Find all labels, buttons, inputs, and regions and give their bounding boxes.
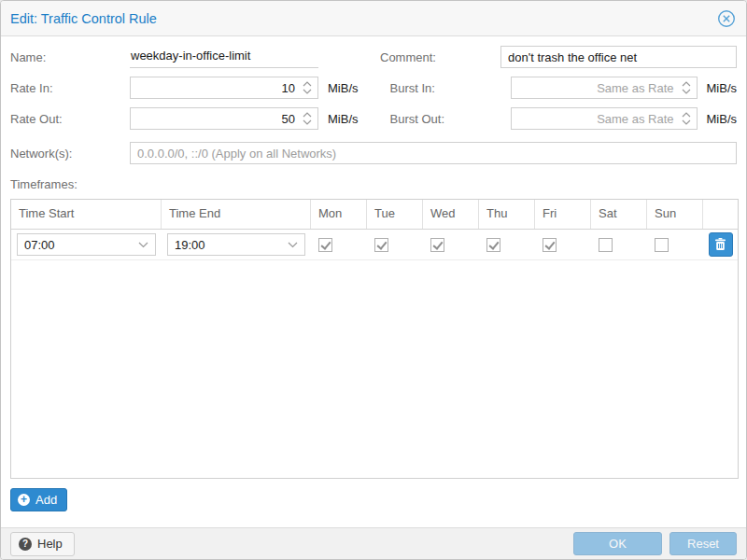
chevron-down-icon (682, 89, 691, 94)
tue-checkbox[interactable] (374, 238, 388, 252)
comment-input[interactable] (500, 46, 737, 68)
edit-traffic-control-rule-dialog: Edit: Traffic Control Rule Name: weekday… (0, 0, 747, 560)
time-start-combobox[interactable]: 07:00 (17, 233, 156, 256)
time-end-value: 19:00 (168, 238, 288, 252)
time-end-combobox[interactable]: 19:00 (167, 233, 305, 256)
chevron-down-icon (288, 242, 304, 248)
chevron-up-icon (303, 81, 312, 87)
add-button-label: Add (35, 493, 57, 507)
chevron-down-icon (303, 89, 312, 94)
rate-in-value: 10 (131, 81, 303, 95)
burst-out-spinner[interactable]: Same as Rate (511, 107, 698, 130)
grid-header: Time Start Time End Mon Tue Wed Thu Fri … (11, 200, 738, 230)
burst-in-label: Burst In: (390, 81, 511, 95)
dialog-body: Name: weekday-in-office-limit Comment: R… (1, 36, 746, 527)
dialog-title: Edit: Traffic Control Rule (10, 11, 716, 26)
rate-out-spinner[interactable]: 50 (130, 107, 318, 130)
rate-out-value: 50 (131, 112, 303, 126)
help-button[interactable]: ? Help (10, 532, 75, 556)
thu-cell (479, 230, 535, 259)
burst-out-unit: MiB/s (707, 112, 738, 126)
reset-button[interactable]: Reset (669, 532, 737, 555)
sat-checkbox[interactable] (599, 238, 613, 252)
column-header-time-start[interactable]: Time Start (11, 200, 162, 229)
time-end-cell: 19:00 (162, 230, 311, 259)
row-actions-cell (703, 230, 738, 259)
mon-cell (311, 230, 367, 259)
rate-in-label: Rate In: (10, 81, 130, 95)
row-rate-in-burst-in: Rate In: 10 MiB/s Burst In: Same as Rate (10, 77, 737, 99)
grid-empty-area (11, 260, 738, 478)
chevron-down-icon (138, 242, 155, 248)
networks-label: Network(s): (10, 147, 130, 161)
sun-checkbox[interactable] (655, 238, 669, 252)
rate-in-unit: MiB/s (328, 81, 359, 95)
wed-checkbox[interactable] (430, 238, 444, 252)
fri-cell (535, 230, 591, 259)
trash-icon (714, 238, 726, 251)
networks-input[interactable] (130, 142, 737, 164)
column-header-time-end[interactable]: Time End (162, 200, 311, 229)
burst-out-field-group: Burst Out: Same as Rate MiB/s (390, 107, 738, 130)
burst-in-spinner[interactable]: Same as Rate (511, 77, 698, 99)
chevron-down-icon (303, 119, 312, 125)
question-circle-icon: ? (19, 538, 32, 551)
dialog-titlebar: Edit: Traffic Control Rule (1, 1, 746, 36)
close-icon (717, 9, 736, 28)
burst-in-unit: MiB/s (707, 81, 738, 95)
tue-cell (367, 230, 423, 259)
burst-out-placeholder: Same as Rate (512, 112, 682, 126)
wed-cell (423, 230, 479, 259)
plus-circle-icon: + (18, 494, 30, 506)
thu-checkbox[interactable] (486, 238, 500, 252)
add-button[interactable]: + Add (10, 488, 67, 511)
name-value: weekday-in-office-limit (130, 46, 318, 68)
rate-out-unit: MiB/s (328, 112, 359, 126)
name-field-group: Name: weekday-in-office-limit (10, 46, 363, 68)
dialog-footer: ? Help OK Reset (1, 527, 746, 559)
burst-in-placeholder: Same as Rate (512, 81, 682, 95)
column-header-sun[interactable]: Sun (647, 200, 703, 229)
column-header-mon[interactable]: Mon (311, 200, 367, 229)
close-button[interactable] (716, 8, 737, 29)
help-button-label: Help (37, 537, 63, 551)
column-header-wed[interactable]: Wed (423, 200, 479, 229)
chevron-up-icon (682, 81, 691, 87)
chevron-up-icon (682, 112, 691, 118)
sat-cell (591, 230, 647, 259)
rate-in-spinner[interactable]: 10 (130, 77, 318, 99)
chevron-down-icon (682, 119, 691, 125)
time-start-cell: 07:00 (11, 230, 162, 259)
column-header-tue[interactable]: Tue (367, 200, 423, 229)
comment-label: Comment: (380, 50, 500, 64)
comment-field-group: Comment: (380, 46, 737, 68)
timeframe-row: 07:00 19:00 (11, 230, 738, 260)
rate-out-label: Rate Out: (10, 112, 130, 126)
rate-in-spin-buttons[interactable] (303, 81, 317, 94)
rate-out-field-group: Rate Out: 50 MiB/s (10, 107, 374, 130)
burst-out-spin-buttons[interactable] (682, 112, 697, 125)
burst-out-label: Burst Out: (390, 112, 511, 126)
timeframes-grid: Time Start Time End Mon Tue Wed Thu Fri … (10, 199, 739, 479)
delete-row-button[interactable] (709, 232, 733, 257)
chevron-up-icon (303, 112, 312, 118)
row-rate-out-burst-out: Rate Out: 50 MiB/s Burst Out: Same as Ra… (10, 107, 737, 130)
ok-button[interactable]: OK (573, 532, 662, 555)
sun-cell (647, 230, 703, 259)
timeframes-label: Timeframes: (10, 177, 737, 191)
column-header-sat[interactable]: Sat (591, 200, 647, 229)
rate-in-field-group: Rate In: 10 MiB/s (10, 77, 374, 99)
burst-in-spin-buttons[interactable] (682, 81, 697, 94)
burst-in-field-group: Burst In: Same as Rate MiB/s (390, 77, 738, 99)
row-name-comment: Name: weekday-in-office-limit Comment: (10, 46, 737, 68)
mon-checkbox[interactable] (318, 238, 332, 252)
time-start-value: 07:00 (18, 238, 138, 252)
column-header-thu[interactable]: Thu (479, 200, 535, 229)
fri-checkbox[interactable] (543, 238, 557, 252)
row-networks: Network(s): (10, 142, 737, 164)
name-label: Name: (10, 50, 130, 64)
column-header-actions (703, 200, 738, 229)
rate-out-spin-buttons[interactable] (303, 112, 317, 125)
column-header-fri[interactable]: Fri (535, 200, 591, 229)
